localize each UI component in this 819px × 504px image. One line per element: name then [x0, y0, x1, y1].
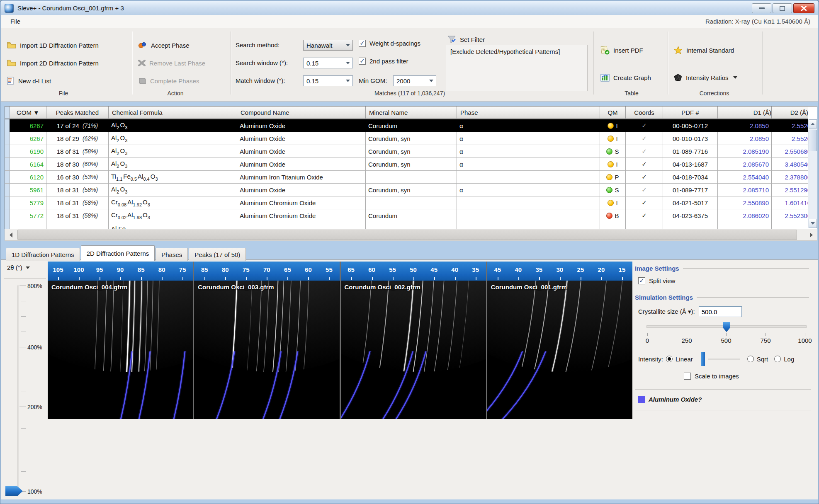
slider-tick-label: 250	[681, 337, 692, 344]
radio-log[interactable]	[774, 356, 781, 362]
weight-d-spacings-checkbox[interactable]: Weight d-spacings	[359, 40, 420, 47]
column-header-d2[interactable]: D2 (Å)	[772, 107, 808, 119]
search-method-label: Search method:	[236, 41, 279, 48]
table-row[interactable]: 5961 18 of 31(58%) Al2O3 Aluminum Oxide …	[5, 184, 817, 196]
diffraction-panel[interactable]: 85 80 75 70 65 60 55 Corundum Osci_003.g…	[194, 262, 339, 419]
second-pass-filter-checkbox[interactable]: 2nd pass filter	[359, 58, 408, 65]
column-header-qm[interactable]: QM	[600, 107, 626, 119]
column-header-pdf[interactable]: PDF #	[663, 107, 718, 119]
intensity-ratios-button[interactable]: Intensity Ratios	[674, 71, 737, 84]
tab[interactable]: Phases	[156, 248, 188, 261]
search-window-input[interactable]: 0.15	[303, 58, 353, 68]
zoom-label: 800%	[27, 283, 42, 289]
maximize-button[interactable]	[773, 3, 792, 13]
scroll-right-button[interactable]	[806, 230, 817, 240]
cell-d1: 2.554040	[718, 171, 772, 184]
import-1d-button[interactable]: Import 1D Diffraction Pattern	[7, 39, 99, 51]
remove-last-phase-button[interactable]: Remove Last Phase	[138, 57, 205, 69]
column-header-chemical-formula[interactable]: Chemical Formula	[109, 107, 237, 119]
new-di-list-button[interactable]: New d-I List	[7, 75, 51, 87]
table-row[interactable]: 6267 17 of 24(71%) Al2O3 Aluminum Oxide …	[5, 119, 817, 132]
diffraction-image[interactable]: Corundum Osci_001.gfrm	[487, 281, 632, 419]
column-header-d1[interactable]: D1 (Å)	[718, 107, 772, 119]
diffraction-image[interactable]: Corundum Osci_003.gfrm	[194, 281, 339, 419]
tab[interactable]: Peaks (17 of 50)	[189, 248, 246, 261]
tab[interactable]: 1D Diffraction Patterns	[6, 248, 80, 261]
cell-coords: ✓	[626, 132, 663, 145]
zoom-tick	[21, 471, 26, 472]
cell-qm: I	[600, 196, 626, 209]
match-window-input[interactable]: 0.15	[303, 75, 353, 86]
set-filter-button[interactable]: Set Filter	[447, 33, 485, 46]
import-2d-button[interactable]: Import 2D Diffraction Pattern	[7, 57, 99, 69]
radio-sqrt[interactable]	[747, 356, 754, 362]
zoom-tick	[21, 392, 26, 392]
cell-peaks-matched: 18 of 31(58%)	[46, 145, 109, 158]
radio-linear[interactable]	[666, 356, 673, 362]
column-header-phase[interactable]: Phase	[457, 107, 600, 119]
cell-d2: 2.552300	[772, 209, 808, 222]
complete-phases-button[interactable]: Complete Phases	[138, 75, 199, 87]
internal-standard-button[interactable]: Internal Standard	[674, 44, 734, 56]
close-button[interactable]	[793, 3, 814, 13]
table-row[interactable]: 5779 18 of 31(58%) Cr0.08Al1.92O3 Alumin…	[5, 196, 817, 209]
cell-chemical-formula: Al2O3	[109, 119, 237, 132]
scroll-up-button[interactable]	[809, 119, 817, 128]
intensity-slider-handle[interactable]	[701, 352, 705, 366]
2d-diffraction-viewer: 2θ (°) 800% 400% 200% 100% 105	[1, 259, 818, 499]
diffraction-image[interactable]: Corundum Osci_004.gfrm	[48, 281, 193, 419]
phase-legend-item[interactable]: Aluminum Oxide?	[638, 396, 702, 403]
minimize-button[interactable]	[752, 3, 771, 13]
column-header-mineral-name[interactable]: Mineral Name	[366, 107, 457, 119]
crystallite-size-label[interactable]: Crystallite size (Å ▾):	[638, 308, 695, 315]
split-view-checkbox[interactable]: Split view	[638, 277, 675, 284]
quality-mark-icon	[606, 187, 612, 193]
table-vertical-scrollbar[interactable]	[808, 119, 817, 228]
scale-tick: 80	[215, 262, 236, 281]
diffraction-panel[interactable]: 45 40 35 30 25 20 15 Corundum Osci_001.g…	[487, 262, 632, 419]
insert-pdf-button[interactable]: Insert PDF	[600, 44, 643, 56]
table-row[interactable]: 5772 18 of 31(58%) Cr0.02Al1.98O3 Alumin…	[5, 209, 817, 222]
scale-to-images-checkbox[interactable]: Scale to images	[684, 373, 739, 380]
menu-file[interactable]: File	[8, 17, 23, 26]
zoom-slider-track[interactable]	[17, 286, 19, 496]
axis-selector[interactable]: 2θ (°)	[7, 264, 30, 271]
cell-qm: I	[600, 119, 626, 132]
triangle-up-icon	[811, 123, 815, 125]
horizontal-scroll-thumb[interactable]	[17, 230, 797, 240]
table-row[interactable]: 6267 18 of 29(62%) Al2O3 Aluminum Oxide …	[5, 132, 817, 145]
slider-handle[interactable]	[723, 322, 730, 332]
min-gom-input[interactable]: 2000	[393, 75, 436, 86]
zoom-label: 400%	[27, 344, 42, 351]
column-header-peaks-matched[interactable]: Peaks Matched	[46, 107, 109, 119]
scroll-down-button[interactable]	[809, 219, 817, 228]
crystallite-size-slider[interactable]	[646, 325, 807, 328]
column-header-compound-name[interactable]: Compound Name	[237, 107, 366, 119]
column-header-coords[interactable]: Coords	[626, 107, 663, 119]
slider-tick-label: 1000	[798, 337, 812, 344]
accept-phase-button[interactable]: Accept Phase	[138, 39, 190, 51]
cell-coords: ✓	[626, 171, 663, 184]
diffraction-image[interactable]: Corundum Osci_002.gfrm	[341, 281, 486, 419]
diffraction-panel[interactable]: 65 60 55 50 45 40 35 Corundum Osci_002.g…	[341, 262, 486, 419]
cell-d1: 2.085190	[718, 145, 772, 158]
table-horizontal-scrollbar[interactable]	[5, 229, 817, 241]
scale-tick: 20	[591, 262, 612, 281]
table-row[interactable]: 6164 18 of 30(60%) Al2O3 Aluminum Oxide …	[5, 158, 817, 171]
table-row[interactable]: 6120 16 of 30(53%) Ti1.1Fe0.5Al0.4O3 Alu…	[5, 171, 817, 184]
zoom-slider-handle[interactable]	[5, 486, 23, 496]
diffraction-panel[interactable]: 105 100 95 90 85 80 75 Corundum Osci_004…	[48, 262, 193, 419]
column-header-gom[interactable]: GOM ▼	[10, 107, 46, 119]
diffraction-rings-image	[487, 281, 632, 419]
cell-coords: ✓	[626, 145, 663, 158]
crystallite-size-input[interactable]	[699, 306, 742, 317]
scroll-left-button[interactable]	[5, 230, 16, 240]
search-method-select[interactable]: Hanawalt	[303, 40, 353, 51]
table-row[interactable]: 6190 18 of 31(58%) Al2O3 Aluminum Oxide …	[5, 145, 817, 158]
zoom-tick	[21, 377, 26, 377]
tab[interactable]: 2D Diffraction Patterns	[81, 245, 155, 261]
title-bar[interactable]: Sleve+ - Corundum Osci_001.gfrm + 3	[1, 1, 818, 15]
vertical-scroll-thumb[interactable]	[809, 130, 817, 151]
intensity-slider-track[interactable]	[708, 359, 740, 360]
create-graph-button[interactable]: Create Graph	[600, 71, 651, 84]
